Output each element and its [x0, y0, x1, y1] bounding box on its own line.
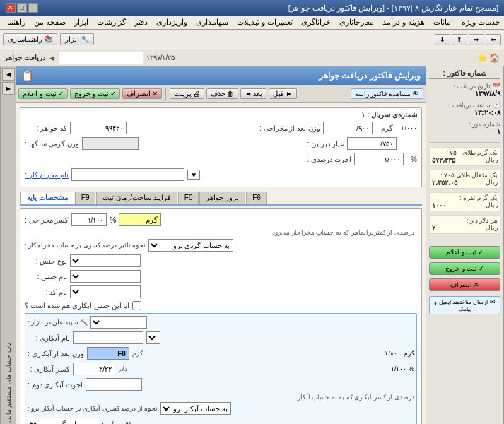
type2-row: نام جنس :	[25, 270, 417, 283]
abkari-name-select[interactable]: ▼	[146, 331, 160, 344]
tab-basic[interactable]: مشخصات پایه	[20, 192, 74, 204]
check-icon: ✓	[58, 90, 64, 98]
nav-btn-1[interactable]: ⬅	[486, 34, 501, 45]
menu-repairs[interactable]: تعمیرات و تبدیلات	[233, 17, 297, 28]
type-select[interactable]	[70, 254, 141, 267]
sidebar-icon-1[interactable]: ◀	[2, 68, 15, 81]
toolbar: 📚 راهنما‌سازی 🔧 ابزار ⬅ ➡ ⬆ ⬇	[0, 30, 504, 49]
tab-process[interactable]: فرایند ساخت/زمان ثبت	[96, 192, 177, 204]
menu-variz[interactable]: واریزداری	[152, 17, 192, 28]
abkari-name-row: نام آبکاری : ▼	[28, 331, 414, 344]
tab-update[interactable]: بروز جواهر	[199, 192, 245, 204]
abkari-name-input[interactable]	[73, 331, 143, 344]
ajrat-abkari-input[interactable]	[86, 378, 142, 391]
doc-header: 📋 ویرایش فاکتور دریافت جواهر	[16, 66, 426, 85]
clock-icon: 🕐	[493, 102, 500, 109]
abkari-percent2-select[interactable]: به حساب گردی برو	[28, 418, 98, 424]
home-icon[interactable]: 🏠	[489, 53, 500, 63]
nav-btn-2[interactable]: ➡	[469, 34, 484, 45]
owner-dropdown[interactable]: ▼	[187, 170, 200, 180]
serial-box: شماره‌ی سریال : ۱ کد جواهر : وزن بعد از …	[20, 107, 422, 187]
search-input[interactable]	[59, 52, 143, 64]
view-factor-btn[interactable]: 👁 مشاهده فاکتور راسه	[351, 88, 423, 99]
market-select[interactable]	[90, 316, 147, 329]
delete-btn[interactable]: 🗑 حذف	[206, 88, 238, 99]
carat-input[interactable]	[347, 137, 397, 150]
menu-reports[interactable]: گزارشات	[93, 17, 130, 28]
type2-select[interactable]	[70, 270, 141, 283]
abkari-checkbox[interactable]	[132, 301, 141, 310]
abkari-kashr-input[interactable]	[73, 363, 115, 375]
maximize-button[interactable]: □	[17, 3, 27, 13]
menu-maarj[interactable]: معارجاناری	[335, 17, 378, 28]
send-sms-btn[interactable]: ✉ ارسال ساختمند ایمیل و پیامک	[429, 296, 500, 314]
dollar-unit: ریال	[486, 224, 498, 232]
note2-row: نحوه تاثیر درصد کسری بر حساب مخراجکار : …	[25, 239, 417, 252]
menu-share[interactable]: سهامداری	[192, 17, 233, 28]
tab-f9[interactable]: F9	[75, 192, 96, 204]
gold-750-value: ۵۷۲،۳۳۵	[432, 156, 455, 164]
star-icon[interactable]: ⭐	[477, 53, 488, 63]
kashr-effect-select[interactable]: به حساب گردی برو	[148, 239, 233, 252]
sidebar-title: شماره فاکتور :	[429, 69, 500, 79]
menu-special[interactable]: خدمات ویژه	[457, 17, 504, 28]
nav-btn-4[interactable]: ⬇	[435, 34, 450, 45]
cancel-btn[interactable]: ✕ انصراف	[122, 88, 162, 99]
form-row-4: نام مخراج کار : ▼	[25, 168, 417, 181]
silver-value: ۱۰۰۰	[432, 201, 446, 209]
toolbar-guide[interactable]: 📚 راهنما‌سازی	[3, 33, 57, 45]
menu-amanat[interactable]: امانات	[429, 17, 457, 28]
main-layout: ◀ ▶ باب حساب های مستقیم مالی 📋 ویرایش فا…	[0, 66, 504, 424]
toolbar-tools[interactable]: 🔧 ابزار	[60, 33, 94, 45]
abkari-kashr-label: کسر آبکاری :	[28, 365, 70, 373]
prev-btn[interactable]: ► قبل	[269, 88, 297, 99]
sidebar-save-exit-btn[interactable]: ✓ ثبت و خروج	[429, 262, 500, 275]
save-announce-btn[interactable]: ✓ ثبت و اعلام	[18, 88, 68, 99]
kashr-percent-input[interactable]	[71, 213, 107, 226]
menu-ledger[interactable]: دفتر	[130, 17, 152, 28]
menu-tools[interactable]: ابزار	[70, 17, 93, 28]
abkari-percent-select[interactable]: به حساب آبکار برو	[160, 402, 231, 415]
weight2-input[interactable]	[82, 137, 139, 150]
tab-f6[interactable]: F6	[246, 192, 267, 204]
sidebar-cancel-btn[interactable]: ✕ انصراف	[429, 278, 500, 291]
kashr-gram-input[interactable]	[119, 213, 161, 226]
abkari-weight-input[interactable]	[87, 347, 129, 360]
abkari-weight2-label: ۱/۸۰۰	[358, 350, 401, 357]
percent-input[interactable]	[354, 153, 404, 165]
abkari-percent-label: نحوه از درصد کسری آبکاری بر حساب آبکار ب…	[28, 405, 158, 412]
weight-input[interactable]	[323, 122, 373, 134]
abkari-kashr-row: کسر آبکاری : دلار % ۱/۱۰۰	[28, 363, 414, 375]
gold-750-unit: ریال	[486, 156, 498, 164]
close-button[interactable]: ✕	[6, 3, 16, 13]
nav-btn-3[interactable]: ⬆	[452, 34, 467, 45]
form-row-1: کد جواهر : وزن بعد از مخراجی : گرم ۱/۰۰۰	[25, 122, 417, 134]
serial-value: ۱	[429, 128, 500, 136]
serial-label: شماره دور :	[429, 121, 500, 128]
gold-750-info: یک گرم طلای ۷۵۰ : ریال ۵۷۲،۳۳۵	[429, 147, 500, 166]
dollar-value: ۲	[432, 224, 435, 232]
next-btn[interactable]: بعد ◄	[240, 88, 266, 99]
sidebar-save-announce-btn[interactable]: ✓ ثبت و اعلام	[429, 246, 500, 259]
sidebar-icon-2[interactable]: ▶	[2, 82, 15, 95]
tab-f0[interactable]: F0	[178, 192, 199, 204]
time-label: 🕐 ساعت دریافت :	[429, 102, 500, 109]
minimize-button[interactable]: ─	[28, 3, 38, 13]
factor-no-input[interactable]	[70, 122, 127, 134]
save-exit-btn[interactable]: ✓ ثبت و خروج	[70, 88, 121, 99]
print-btn[interactable]: 🖨 پرینت	[170, 88, 204, 99]
check-exit-icon: ✓	[110, 90, 116, 98]
note2-label: نحوه تاثیر درصد کسری بر حساب مخراجکار :	[25, 242, 146, 249]
menu-help[interactable]: راهنما	[3, 17, 30, 28]
type3-select[interactable]	[70, 285, 141, 298]
gold-750-label: یک گرم طلای ۷۵۰ :	[446, 149, 498, 156]
tab-content-basic: کسر مخراجی : % درصدی از کمترپرانماهر که …	[20, 208, 422, 424]
menu-mypage[interactable]: صفحه من	[30, 17, 70, 28]
menu-khazana[interactable]: خزاناگری	[297, 17, 335, 28]
abkari-section: 🔨 سپید علن در بازار : نام آبکاری : ▼ وزن…	[25, 313, 417, 424]
owner-input[interactable]	[71, 168, 184, 181]
menu-income[interactable]: هزینه و درآمد	[378, 17, 429, 28]
menu-bar: راهنما صفحه من ابزار گزارشات دفتر واریزد…	[0, 16, 504, 30]
sidebar-divider-1	[429, 142, 500, 143]
title-bar-buttons: ─ □ ✕	[6, 3, 38, 13]
